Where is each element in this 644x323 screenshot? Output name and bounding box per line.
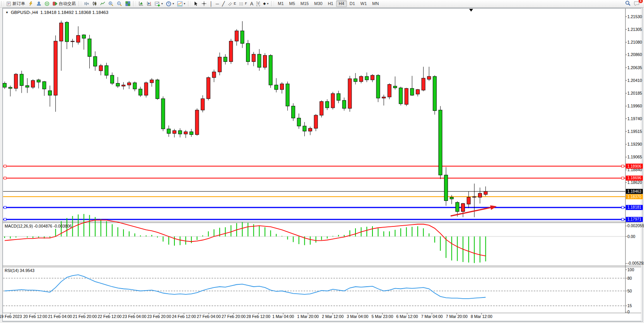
main-toolbar: 新订单 自动交易 (0, 0, 644, 8)
horizontal-line-tool-button[interactable]: ─ (214, 0, 221, 7)
toolbar-grip (271, 1, 274, 6)
chart-title: ▼ GBPUSD-,H4 1.18418 1.18492 1.18368 1.1… (5, 10, 108, 15)
toolbar-right: 1 (625, 0, 644, 7)
tile-windows-button[interactable] (124, 0, 132, 7)
ohlc-values: 1.18418 1.18492 1.18368 1.18463 (40, 10, 108, 15)
vertical-line-icon: │ (210, 2, 213, 6)
arrows-tool-icon: ◆ (263, 2, 266, 5)
flash-icon (28, 1, 33, 6)
chevron-down-icon: ▾ (173, 2, 174, 5)
charts-flash-button[interactable] (27, 0, 35, 7)
tile-windows-icon (125, 1, 130, 6)
cursor-icon (193, 1, 198, 6)
triangle-down-icon: ▼ (5, 11, 9, 14)
horizontal-line-icon: ─ (216, 2, 219, 6)
notifications-button[interactable]: 1 (634, 1, 640, 7)
line-chart-icon (100, 1, 105, 6)
text-tool-button[interactable]: A (249, 0, 255, 7)
new-order-icon (7, 2, 11, 6)
auto-trading-icon (53, 1, 58, 6)
step-forward-icon (147, 1, 152, 6)
new-order-button[interactable]: 新订单 (5, 0, 27, 7)
vertical-line-tool-button[interactable]: │ (208, 0, 214, 7)
timeframes-dropdown-button[interactable]: ▾ (164, 0, 176, 7)
chevron-down-icon: ▾ (267, 2, 268, 5)
metatrader-app: 新订单 自动交易 (0, 0, 644, 323)
crosshair-tool-button[interactable] (200, 0, 208, 7)
timeframe-button-W1[interactable]: W1 (358, 0, 370, 7)
zoom-in-button[interactable] (107, 0, 115, 7)
signal-icon (44, 1, 50, 6)
auto-trading-button[interactable]: 自动交易 (51, 0, 77, 7)
bar-chart-icon (84, 1, 89, 6)
chart-window[interactable] (2, 8, 643, 322)
notification-badge: 1 (639, 0, 643, 3)
chevron-down-icon: ▾ (184, 2, 185, 5)
new-chart-button[interactable]: ▾ (153, 0, 164, 7)
cursor-tool-button[interactable] (192, 0, 200, 7)
toolbar-grip (79, 1, 81, 6)
profile-button[interactable] (35, 0, 43, 7)
crosshair-icon (202, 1, 207, 6)
timeframe-button-M1[interactable]: M1 (275, 0, 286, 7)
zoom-out-icon (117, 1, 122, 7)
candle-chart-button[interactable] (91, 0, 99, 7)
channel-glyph: E (234, 2, 236, 5)
signal-button[interactable] (43, 0, 51, 7)
indicators-icon (177, 1, 183, 7)
line-chart-button[interactable] (99, 0, 107, 7)
step-forward-button[interactable] (145, 0, 153, 7)
trendline-tool-button[interactable]: ╱ (220, 0, 226, 7)
bar-chart-button[interactable] (82, 0, 91, 7)
zoom-out-button[interactable] (115, 0, 124, 7)
equidistant-channel-tool-button[interactable]: E (226, 0, 237, 7)
arrange-windows-button[interactable] (137, 0, 145, 7)
macd-indicator-label: MACD(12,26,9) -0.004876 -0.003806 (5, 224, 72, 228)
fibonacci-glyph: F (245, 2, 247, 5)
fibonacci-icon (239, 2, 244, 6)
auto-trading-label: 自动交易 (59, 1, 76, 7)
arrows-tool-button[interactable]: ◆ ▾ (261, 0, 270, 7)
indicators-dropdown-button[interactable]: ▾ (176, 0, 187, 7)
text-label-tool-button[interactable]: T (255, 0, 262, 7)
candle-chart-icon (92, 1, 97, 6)
symbol-title: GBPUSD-,H4 (11, 10, 38, 15)
new-order-label: 新订单 (12, 1, 25, 7)
timeframe-button-M15[interactable]: M15 (298, 0, 311, 7)
toolbar-grip (188, 1, 191, 6)
person-icon (36, 1, 41, 6)
timeframe-toolbar: M1M5M15M30H1H4D1W1MN (275, 0, 381, 7)
toolbar-grip (1, 1, 4, 6)
toolbar-grip (133, 1, 136, 6)
clock-icon (166, 1, 171, 7)
channel-icon (228, 2, 232, 6)
chevron-down-icon: ▾ (161, 2, 163, 5)
trendline-icon: ╱ (222, 2, 225, 6)
text-tool-icon: A (250, 2, 253, 6)
arrange-windows-icon (138, 1, 143, 6)
rsi-indicator-label: RSI(14) 34.9543 (5, 268, 34, 273)
search-icon[interactable] (625, 0, 631, 7)
timeframe-button-H4[interactable]: H4 (336, 0, 347, 7)
timeframe-button-MN[interactable]: MN (369, 0, 381, 7)
fibonacci-tool-button[interactable]: F (237, 0, 249, 7)
text-label-icon: T (256, 2, 260, 6)
timeframe-button-D1[interactable]: D1 (347, 0, 358, 7)
timeframe-button-M5[interactable]: M5 (287, 0, 298, 7)
timeframe-button-H1[interactable]: H1 (325, 0, 336, 7)
timeframe-button-M30[interactable]: M30 (311, 0, 325, 7)
zoom-in-icon (108, 1, 114, 7)
new-chart-icon (155, 1, 160, 7)
